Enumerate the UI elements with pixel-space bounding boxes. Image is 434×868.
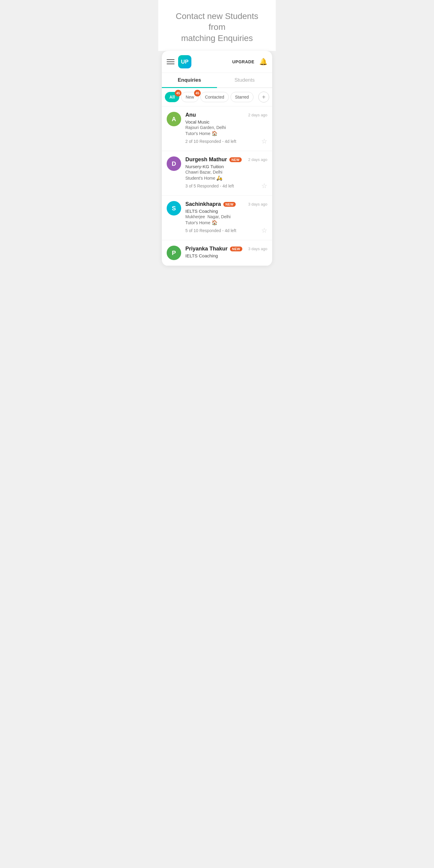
enquiry-respond: 3 of 5 Responded - 4d left ☆ bbox=[185, 182, 267, 190]
enquiry-name: Anu bbox=[185, 112, 196, 118]
app-logo: UP bbox=[178, 55, 191, 68]
filter-bar: All 45 New 45 Contacted Starred + bbox=[162, 88, 272, 106]
enquiry-content: Durgesh Mathur NEW 2 days ago Nursery-KG… bbox=[185, 156, 267, 190]
enquiry-item[interactable]: A Anu 2 days ago Vocal Music Rajouri Gar… bbox=[162, 106, 272, 151]
enquiry-item[interactable]: P Priyanka Thakur NEW 3 days ago IELTS C… bbox=[162, 240, 272, 266]
tab-bar: Enquiries Students bbox=[162, 73, 272, 88]
enquiry-location: Rajouri Garden, Delhi bbox=[185, 125, 267, 130]
enquiry-header: Sachinkhapra NEW 3 days ago bbox=[185, 201, 267, 207]
enquiry-item[interactable]: S Sachinkhapra NEW 3 days ago IELTS Coac… bbox=[162, 195, 272, 240]
enquiry-subject: Nursery-KG Tuition bbox=[185, 164, 267, 169]
enquiry-content: Anu 2 days ago Vocal Music Rajouri Garde… bbox=[185, 112, 267, 145]
enquiry-type: Tutor's Home 🏠 bbox=[185, 130, 267, 136]
star-icon[interactable]: ☆ bbox=[261, 227, 267, 235]
enquiry-location: Mukherjee Nagar, Delhi bbox=[185, 214, 267, 219]
scooter-icon: 🛵 bbox=[216, 175, 222, 181]
all-badge: 45 bbox=[175, 90, 181, 96]
avatar: A bbox=[167, 112, 181, 126]
enquiry-respond: 5 of 10 Responded - 4d left ☆ bbox=[185, 227, 267, 235]
hamburger-menu[interactable] bbox=[167, 59, 175, 64]
enquiry-subject: Vocal Music bbox=[185, 119, 267, 124]
time-ago: 3 days ago bbox=[248, 202, 267, 207]
enquiry-subject: IELTS Coaching bbox=[185, 253, 267, 258]
page-subtitle: matching Enquiries bbox=[170, 33, 264, 44]
enquiry-subject: IELTS Coaching bbox=[185, 209, 267, 214]
enquiry-item[interactable]: D Durgesh Mathur NEW 2 days ago Nursery-… bbox=[162, 151, 272, 195]
tab-enquiries[interactable]: Enquiries bbox=[162, 73, 217, 87]
enquiry-type: Tutor's Home 🏠 bbox=[185, 220, 267, 225]
new-badge: NEW bbox=[229, 157, 242, 162]
avatar: S bbox=[167, 201, 181, 216]
filter-all[interactable]: All 45 bbox=[165, 92, 179, 102]
respond-text: 5 of 10 Responded - 4d left bbox=[185, 228, 236, 233]
enquiry-location: Chawri Bazar, Delhi bbox=[185, 170, 267, 175]
star-icon[interactable]: ☆ bbox=[261, 137, 267, 145]
enquiry-respond: 2 of 10 Responded - 4d left ☆ bbox=[185, 137, 267, 145]
time-ago: 3 days ago bbox=[248, 247, 267, 251]
filter-contacted[interactable]: Contacted bbox=[200, 92, 229, 102]
upgrade-button[interactable]: UPGRADE bbox=[232, 59, 254, 64]
avatar: P bbox=[167, 246, 181, 260]
enquiry-content: Priyanka Thakur NEW 3 days ago IELTS Coa… bbox=[185, 246, 267, 259]
enquiry-type: Student's Home 🛵 bbox=[185, 175, 267, 181]
enquiry-name: Sachinkhapra NEW bbox=[185, 201, 236, 207]
bell-icon[interactable]: 🔔 bbox=[259, 58, 267, 66]
time-ago: 2 days ago bbox=[248, 157, 267, 162]
new-badge: NEW bbox=[230, 247, 242, 251]
enquiry-content: Sachinkhapra NEW 3 days ago IELTS Coachi… bbox=[185, 201, 267, 235]
filter-starred[interactable]: Starred bbox=[230, 92, 253, 102]
nav-bar: UP UPGRADE 🔔 bbox=[162, 51, 272, 73]
enquiry-list: A Anu 2 days ago Vocal Music Rajouri Gar… bbox=[162, 106, 272, 266]
enquiry-header: Priyanka Thakur NEW 3 days ago bbox=[185, 246, 267, 252]
new-badge: 45 bbox=[194, 90, 201, 96]
new-badge: NEW bbox=[223, 202, 236, 207]
avatar: D bbox=[167, 156, 181, 171]
enquiry-header: Durgesh Mathur NEW 2 days ago bbox=[185, 156, 267, 163]
app-card: UP UPGRADE 🔔 Enquiries Students All 45 N… bbox=[162, 51, 272, 266]
filter-new[interactable]: New 45 bbox=[181, 92, 198, 102]
page-header: Contact new Students from matching Enqui… bbox=[158, 0, 276, 51]
add-filter-button[interactable]: + bbox=[258, 92, 269, 102]
respond-text: 3 of 5 Responded - 4d left bbox=[185, 184, 234, 188]
enquiry-header: Anu 2 days ago bbox=[185, 112, 267, 118]
home-icon: 🏠 bbox=[212, 220, 218, 225]
page-title: Contact new Students from bbox=[170, 11, 264, 33]
time-ago: 2 days ago bbox=[248, 113, 267, 117]
respond-text: 2 of 10 Responded - 4d left bbox=[185, 139, 236, 144]
enquiry-name: Priyanka Thakur NEW bbox=[185, 246, 242, 252]
star-icon[interactable]: ☆ bbox=[261, 182, 267, 190]
tab-students[interactable]: Students bbox=[217, 73, 272, 87]
enquiry-name: Durgesh Mathur NEW bbox=[185, 156, 242, 163]
home-icon: 🏠 bbox=[212, 130, 218, 136]
